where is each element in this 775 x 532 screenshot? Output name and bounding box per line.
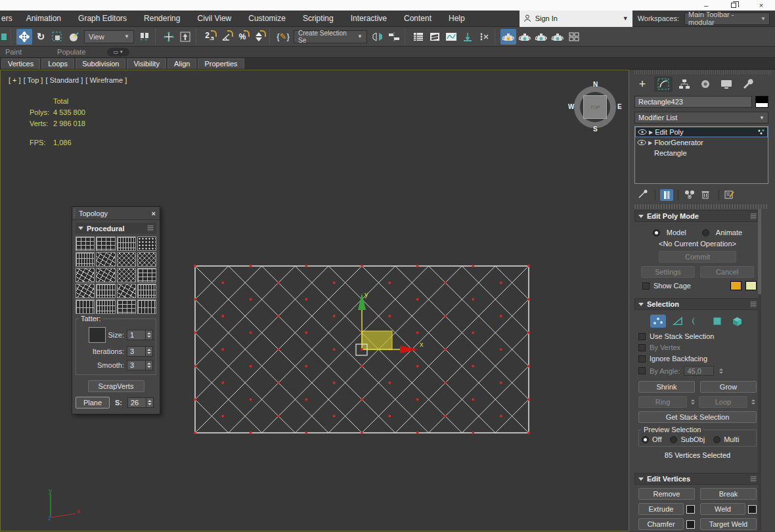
tab-subdivision[interactable]: Subdivision xyxy=(76,58,125,69)
wireframe-plane-object[interactable]: yx xyxy=(194,265,530,434)
loop-button[interactable]: Loop xyxy=(699,396,747,408)
shrink-button[interactable]: Shrink xyxy=(638,381,695,393)
menu-civil-view[interactable]: Civil View xyxy=(188,11,240,27)
viewcube-south[interactable]: S xyxy=(593,125,598,133)
close-button[interactable]: × xyxy=(747,0,775,11)
ring-spinner[interactable] xyxy=(690,397,696,407)
visibility-eye-icon[interactable] xyxy=(638,129,647,135)
ring-button[interactable]: Ring xyxy=(638,396,687,408)
pattern-diagonal-checker-icon[interactable] xyxy=(117,268,136,282)
select-and-move-icon[interactable] xyxy=(16,29,32,45)
menu-scripting[interactable]: Scripting xyxy=(294,11,342,27)
pattern-planks-icon[interactable] xyxy=(76,299,95,314)
object-name-field[interactable]: Rectangle423 xyxy=(634,96,752,108)
pattern-block-grid-icon[interactable] xyxy=(137,284,156,298)
smooth-spinner[interactable]: 3 xyxy=(127,360,153,370)
pattern-stones-icon[interactable] xyxy=(96,252,115,267)
percent-snap-icon[interactable]: % xyxy=(234,29,250,45)
border-subobject-icon[interactable] xyxy=(690,315,705,328)
scene-explorer-icon[interactable] xyxy=(427,29,443,45)
remove-modifier-trash-icon[interactable] xyxy=(701,189,714,201)
configure-modifier-sets-icon[interactable] xyxy=(724,189,737,201)
keyboard-shortcut-override-icon[interactable] xyxy=(177,29,193,45)
menu-customize[interactable]: Customize xyxy=(240,11,294,27)
cancel-button[interactable]: Cancel xyxy=(700,266,754,278)
workspaces-dropdown[interactable]: Main Toolbar - modular ▼ xyxy=(684,12,770,25)
pattern-vertical-planks-icon[interactable] xyxy=(137,299,156,314)
by-vertex-checkbox[interactable] xyxy=(638,344,646,351)
tatter-pattern-thumbnail[interactable] xyxy=(89,327,106,343)
stack-row-floorgenerator[interactable]: ▶ FloorGenerator xyxy=(635,137,768,148)
curve-editor-icon[interactable] xyxy=(443,29,459,45)
ribbon-display-dropdown[interactable]: ▭▾ xyxy=(107,48,129,56)
extrude-settings-button[interactable] xyxy=(686,505,695,514)
minimize-button[interactable]: – xyxy=(692,0,720,11)
rollout-divider[interactable] xyxy=(634,204,768,209)
preview-off-radio[interactable] xyxy=(642,436,649,443)
object-color-swatch[interactable] xyxy=(755,96,768,108)
named-selection-set-dropdown[interactable]: Create Selection Se▼ xyxy=(294,30,367,43)
sign-in-button[interactable]: Sign In ▼ xyxy=(520,11,632,27)
size-spinner[interactable]: 1 xyxy=(127,330,153,340)
align-icon[interactable] xyxy=(386,29,402,45)
panel-grip[interactable] xyxy=(634,70,772,74)
extrude-button[interactable]: Extrude xyxy=(638,503,684,515)
clipped-toolbar-icon[interactable] xyxy=(1,29,8,45)
cage-selected-color-swatch[interactable] xyxy=(745,281,757,290)
pattern-curved-stones-icon[interactable] xyxy=(76,284,95,298)
show-end-result-icon[interactable] xyxy=(660,189,673,201)
pattern-grid-bricks-icon[interactable] xyxy=(76,236,95,251)
viewcube[interactable]: TOP N S W E xyxy=(571,83,619,131)
select-and-scale-icon[interactable] xyxy=(49,29,65,45)
menu-help[interactable]: Help xyxy=(440,11,474,27)
expand-arrow-icon[interactable]: ▶ xyxy=(649,129,653,135)
reference-coordinate-dropdown[interactable]: View▼ xyxy=(84,30,134,43)
angle-snap-icon[interactable] xyxy=(218,29,234,45)
command-tab-hierarchy[interactable] xyxy=(675,76,694,92)
panel-scrollbar[interactable] xyxy=(758,209,761,531)
vertex-subobject-icon[interactable] xyxy=(650,315,666,328)
select-and-rotate-icon[interactable]: ↻ xyxy=(33,29,49,45)
iterations-spinner[interactable]: 3 xyxy=(127,346,153,357)
viewport-top[interactable]: [ + ] [ Top ] [ Standard ] [ Wireframe ]… xyxy=(0,70,629,531)
preview-multi-radio[interactable] xyxy=(713,436,720,443)
menu-interactive[interactable]: Interactive xyxy=(342,11,395,27)
element-subobject-icon[interactable] xyxy=(729,315,745,328)
move-gizmo[interactable]: yx xyxy=(356,290,424,355)
viewcube-north[interactable]: N xyxy=(593,81,598,88)
edit-named-selection-sets-icon[interactable]: {✎} xyxy=(275,29,291,45)
topology-dialog[interactable]: Topology × Procedural Tatter: Size: xyxy=(72,206,160,414)
settings-button[interactable]: Settings xyxy=(641,266,695,278)
spinner-snap-icon[interactable] xyxy=(251,29,267,45)
modifier-list-dropdown[interactable]: Modifier List ▼ xyxy=(634,112,768,123)
show-cage-checkbox[interactable] xyxy=(642,282,650,290)
command-tab-modify[interactable] xyxy=(654,76,673,92)
viewcube-west[interactable]: W xyxy=(568,103,574,110)
pattern-dots-icon[interactable] xyxy=(137,236,156,251)
visibility-eye-icon[interactable] xyxy=(637,139,646,146)
select-and-manipulate-icon[interactable] xyxy=(161,29,177,45)
selection-header[interactable]: Selection xyxy=(634,298,761,310)
break-button[interactable]: Break xyxy=(700,488,757,500)
topology-close-icon[interactable]: × xyxy=(152,210,156,217)
pattern-dense-grid-icon[interactable] xyxy=(117,299,136,314)
by-angle-checkbox[interactable] xyxy=(638,367,646,374)
mirror-icon[interactable] xyxy=(370,29,386,45)
pin-stack-icon[interactable] xyxy=(637,189,650,201)
weld-settings-button[interactable] xyxy=(748,505,757,514)
viewcube-east[interactable]: E xyxy=(617,103,622,110)
restore-button[interactable] xyxy=(720,0,747,11)
make-unique-icon[interactable] xyxy=(683,189,696,201)
layer-manager-icon[interactable] xyxy=(410,29,426,45)
menu-graph-editors[interactable]: Graph Editors xyxy=(70,11,135,27)
menu-animation[interactable]: Animation xyxy=(18,11,70,27)
command-tab-display[interactable] xyxy=(717,76,736,92)
procedural-rollout-header[interactable]: Procedural xyxy=(76,223,156,234)
pattern-diamond-lattice-icon[interactable] xyxy=(137,252,156,267)
use-stack-selection-checkbox[interactable] xyxy=(638,333,646,340)
pattern-panel-grid-icon[interactable] xyxy=(96,284,115,298)
loop-spinner[interactable] xyxy=(750,397,757,407)
animate-radio[interactable] xyxy=(702,229,709,236)
tab-vertices[interactable]: Vertices xyxy=(1,58,40,69)
chamfer-button[interactable]: Chamfer xyxy=(638,518,684,530)
